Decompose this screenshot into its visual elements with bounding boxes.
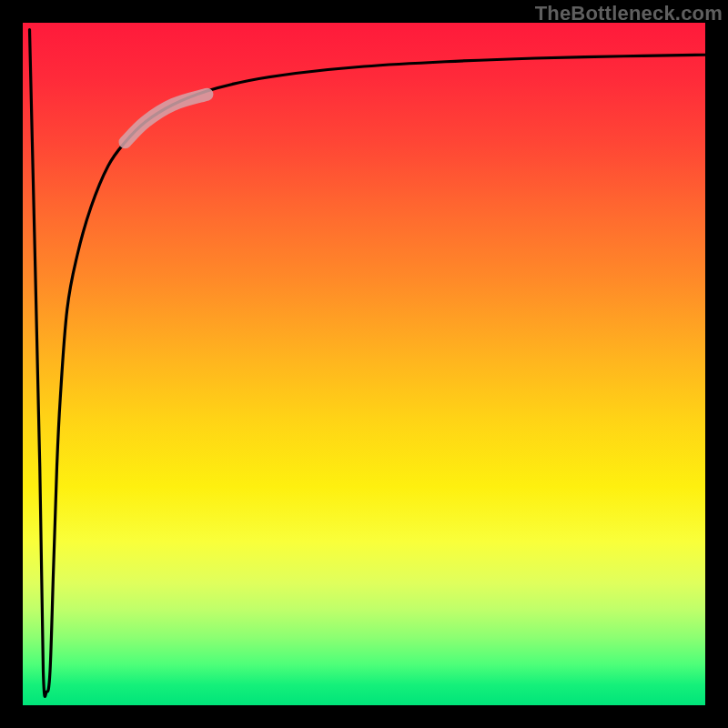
highlight-segment: [126, 95, 207, 143]
chart-container: TheBottleneck.com: [0, 0, 728, 728]
chart-svg: [23, 23, 705, 705]
